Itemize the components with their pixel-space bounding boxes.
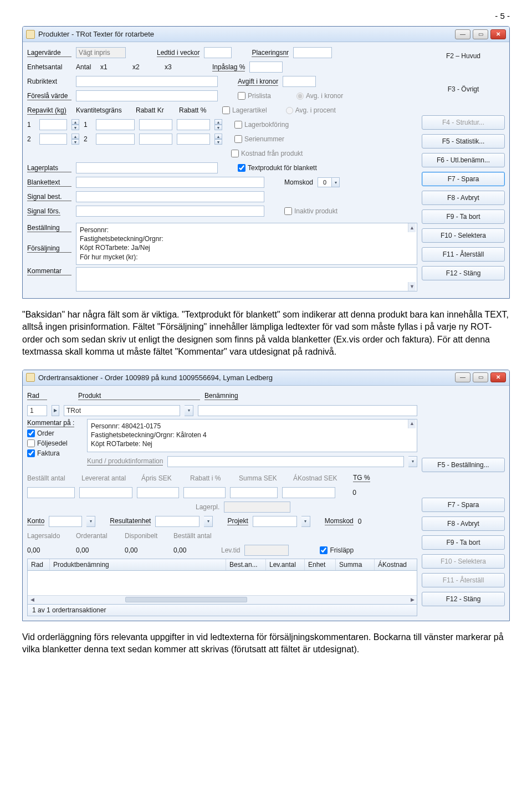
f7-button-2[interactable]: F7 - Spara xyxy=(422,498,505,512)
th-bestan[interactable]: Best.an... xyxy=(226,559,266,570)
lagerplats-input[interactable] xyxy=(76,162,218,173)
faktura-checkbox[interactable]: Faktura xyxy=(27,449,83,457)
kostnad-produkt-checkbox[interactable]: Kostnad från produkt xyxy=(231,150,303,157)
placeringsnr-input[interactable] xyxy=(293,47,332,58)
f11-button-2[interactable]: F11 - Återställ xyxy=(422,573,505,587)
minimize-button[interactable]: — xyxy=(455,29,470,39)
th-akostnad[interactable]: ÁKostnad xyxy=(375,559,417,570)
f8-button[interactable]: F8 - Avbryt xyxy=(422,191,505,205)
lagerpl-input[interactable] xyxy=(224,502,290,513)
foljesedel-checkbox[interactable]: Följesedel xyxy=(27,439,83,447)
foresla-input[interactable] xyxy=(76,90,218,101)
th-rad[interactable]: Rad xyxy=(28,559,50,570)
projekt-input[interactable] xyxy=(253,516,297,527)
th-produktbenamning[interactable]: Produktbenämning xyxy=(50,559,226,570)
forsaljning-textarea[interactable]: Personnr: Fastighetsbeteckning/Orgnr: Kö… xyxy=(76,223,417,265)
rabattpct-1-input[interactable] xyxy=(177,119,210,130)
signal-best-input[interactable] xyxy=(76,191,264,202)
konto-combo-arrow[interactable]: ▾ xyxy=(86,516,95,527)
order-checkbox[interactable]: Order xyxy=(27,429,83,437)
rabattpct-2-input[interactable] xyxy=(177,134,210,145)
ledtid-input[interactable] xyxy=(204,47,232,58)
f5-button-2[interactable]: F5 - Beställning... xyxy=(422,458,505,472)
f2-button[interactable]: F2 – Huvud xyxy=(422,49,505,63)
f5-button[interactable]: F5 - Statistik... xyxy=(422,134,505,149)
serienummer-checkbox[interactable]: Serienummer xyxy=(234,135,284,143)
rubriktext-input[interactable] xyxy=(76,76,218,87)
scroll-thumb[interactable] xyxy=(125,597,247,602)
lagerbokforing-checkbox[interactable]: Lagerbokföring xyxy=(234,121,289,129)
f8-button-2[interactable]: F8 - Avbryt xyxy=(422,516,505,531)
momskod-combo[interactable]: 0▾ xyxy=(318,177,340,187)
kommentar-textarea-2[interactable]: Personnr: 480421-0175 Fastighetsbeteckni… xyxy=(87,419,417,452)
repavikt-1-stepper[interactable]: ▲▼ xyxy=(71,119,79,130)
akostnad-input[interactable] xyxy=(282,487,335,498)
f7-button[interactable]: F7 - Spara xyxy=(422,172,505,186)
table-scrollbar[interactable]: ◀ ▶ xyxy=(28,595,417,604)
f11-button[interactable]: F11 - Återställ xyxy=(422,247,505,262)
signal-fors-input[interactable] xyxy=(76,206,264,217)
avg-kronor-radio[interactable]: Avg. i kronor xyxy=(296,92,343,100)
repavikt-2-input[interactable] xyxy=(39,134,67,145)
th-enhet[interactable]: Enhet xyxy=(305,559,336,570)
rabattkr-1-input[interactable] xyxy=(139,119,172,130)
close-button-2[interactable]: ✕ xyxy=(490,372,506,382)
blankettext-label: Blankettext xyxy=(27,178,71,187)
f6-button[interactable]: F6 - Utl.benämn... xyxy=(422,153,505,167)
apris-input[interactable] xyxy=(137,487,179,498)
inaktiv-checkbox[interactable]: Inaktiv produkt xyxy=(284,207,337,215)
resultatenhet-combo-arrow[interactable]: ▾ xyxy=(204,516,213,527)
rabatt-i-input[interactable] xyxy=(183,487,226,498)
repavikt-2-stepper[interactable]: ▲▼ xyxy=(71,134,79,145)
row-1-label: 1 xyxy=(27,121,35,129)
f3-button[interactable]: F3 - Övrigt xyxy=(422,82,505,96)
rabatt-2-stepper[interactable]: ▲▼ xyxy=(214,134,222,145)
textprodukt-checkbox[interactable]: Textprodukt för blankett xyxy=(238,164,317,172)
levererat-input[interactable] xyxy=(79,487,132,498)
rabatt-1-stepper[interactable]: ▲▼ xyxy=(214,119,222,130)
repavikt-1-input[interactable] xyxy=(39,119,67,130)
f4-button[interactable]: F4 - Struktur... xyxy=(422,115,505,130)
th-levantal[interactable]: Lev.antal xyxy=(266,559,305,570)
minimize-button-2[interactable]: — xyxy=(455,372,470,382)
produkt-input[interactable] xyxy=(64,405,180,416)
rad-input[interactable] xyxy=(27,405,47,416)
frislapp-checkbox[interactable]: Frisläpp xyxy=(320,546,354,554)
close-button[interactable]: ✕ xyxy=(490,29,506,39)
scroll-up-icon[interactable]: ▲ xyxy=(408,223,416,232)
kvant-1-input[interactable] xyxy=(96,119,135,130)
levtid-input[interactable] xyxy=(244,545,289,556)
scroll-up-icon-2[interactable]: ▲ xyxy=(408,419,416,428)
kund-info-input[interactable] xyxy=(167,456,404,467)
benamning-input[interactable] xyxy=(198,405,417,416)
resultatenhet-input[interactable] xyxy=(155,516,200,527)
produkt-combo-arrow[interactable]: ▾ xyxy=(185,405,193,416)
prislista-checkbox[interactable]: Prislista xyxy=(238,92,271,100)
summa-input[interactable] xyxy=(230,487,278,498)
scroll-down-icon[interactable]: ▼ xyxy=(408,282,416,291)
f9-button[interactable]: F9 - Ta bort xyxy=(422,209,505,224)
bestallt-input[interactable] xyxy=(27,487,75,498)
f12-button[interactable]: F12 - Stäng xyxy=(422,266,505,280)
th-summa[interactable]: Summa xyxy=(336,559,375,570)
vagt-inpris-input[interactable] xyxy=(76,47,126,58)
f12-button-2[interactable]: F12 - Stäng xyxy=(422,592,505,606)
f10-button-2[interactable]: F10 - Selektera xyxy=(422,554,505,569)
lagerartikel-checkbox[interactable]: Lagerartikel xyxy=(222,106,267,114)
rad-expand-icon[interactable]: ▶ xyxy=(52,405,59,416)
blankettext-input[interactable] xyxy=(76,177,264,188)
kvant-2-input[interactable] xyxy=(96,134,135,145)
maximize-button[interactable]: ▭ xyxy=(473,29,488,39)
kund-info-combo-arrow[interactable]: ▾ xyxy=(408,456,417,467)
f9-button-2[interactable]: F9 - Ta bort xyxy=(422,535,505,550)
maximize-button-2[interactable]: ▭ xyxy=(473,372,488,382)
projekt-combo-arrow[interactable]: ▾ xyxy=(301,516,310,527)
inpaslag-input[interactable] xyxy=(249,62,283,73)
rabattkr-2-input[interactable] xyxy=(139,134,172,145)
kommentar-textarea[interactable]: ▼ xyxy=(76,267,417,291)
f10-button[interactable]: F10 - Selektera xyxy=(422,228,505,243)
avgift-input[interactable] xyxy=(283,76,316,87)
avg-procent-radio[interactable]: Avg. i procent xyxy=(286,106,336,114)
konto-input[interactable] xyxy=(49,516,82,527)
projekt-label: Projekt xyxy=(227,517,248,525)
